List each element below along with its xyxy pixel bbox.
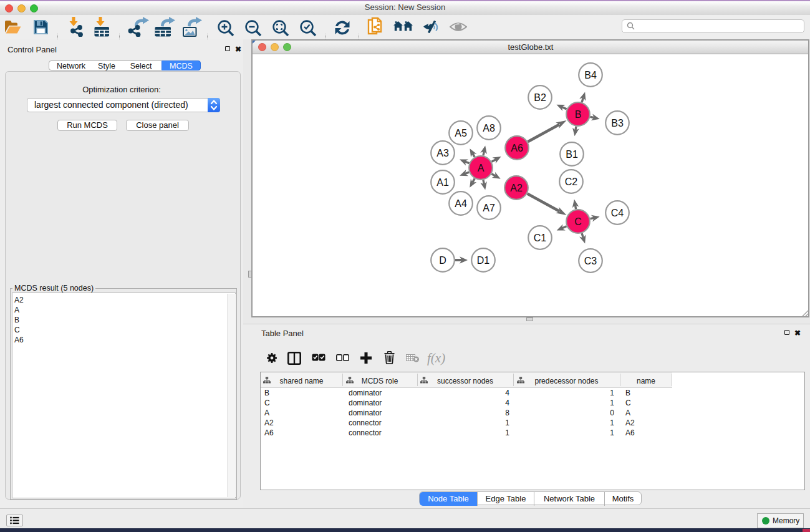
svg-text:A: A xyxy=(478,163,485,173)
svg-text:C: C xyxy=(574,216,582,227)
svg-text:D: D xyxy=(439,255,446,266)
svg-text:C1: C1 xyxy=(534,233,547,243)
svg-text:A3: A3 xyxy=(436,148,449,158)
svg-text:D1: D1 xyxy=(477,255,490,266)
svg-text:A1: A1 xyxy=(436,177,449,188)
svg-text:B3: B3 xyxy=(611,118,624,128)
svg-text:B: B xyxy=(575,109,582,120)
svg-text:A4: A4 xyxy=(455,198,467,209)
svg-text:A7: A7 xyxy=(483,203,495,213)
svg-text:B1: B1 xyxy=(566,149,578,160)
svg-text:A6: A6 xyxy=(511,143,523,153)
svg-text:A5: A5 xyxy=(455,128,467,138)
svg-text:C4: C4 xyxy=(611,208,624,218)
svg-text:B4: B4 xyxy=(584,70,597,80)
svg-text:A8: A8 xyxy=(483,123,495,133)
svg-text:A2: A2 xyxy=(510,183,523,193)
svg-text:B2: B2 xyxy=(534,92,546,103)
svg-text:C2: C2 xyxy=(565,177,578,187)
svg-text:C3: C3 xyxy=(584,256,597,266)
